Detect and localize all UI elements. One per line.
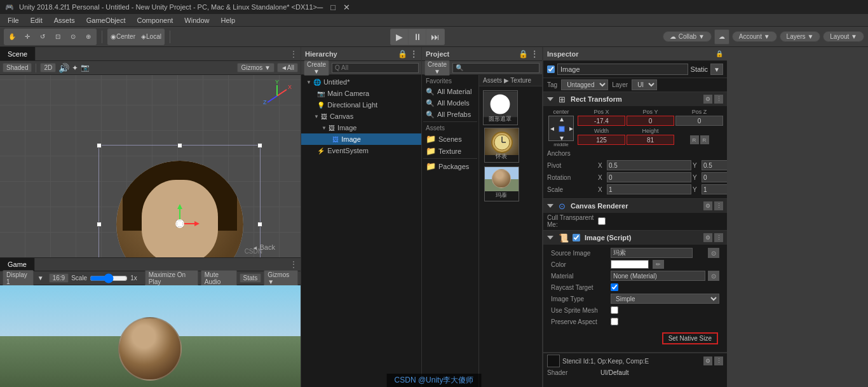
- pause-btn[interactable]: ⏸: [409, 29, 426, 44]
- handle-t[interactable]: [177, 143, 182, 148]
- static-dropdown-btn[interactable]: ▼: [710, 64, 723, 75]
- cull-checkbox[interactable]: [598, 217, 606, 225]
- image-script-header[interactable]: 📜 Image (Script) ⚙ ⋮: [543, 231, 727, 245]
- rect-transform-header[interactable]: ⊞ Rect Transform ⚙ ⋮: [543, 92, 727, 106]
- image-script-more[interactable]: ⋮: [714, 233, 723, 242]
- tree-item-untitled[interactable]: ▼ 🌐 Untitled*: [301, 76, 421, 88]
- menu-gameobject[interactable]: GameObject: [81, 15, 131, 25]
- source-image-input[interactable]: [611, 248, 693, 258]
- tool-transform[interactable]: ⊕: [81, 29, 96, 44]
- color-pick-btn[interactable]: ✏: [653, 260, 664, 269]
- stencil-settings[interactable]: ⚙: [703, 356, 712, 365]
- account-btn[interactable]: Account ▼: [732, 31, 777, 42]
- tree-item-image-selected[interactable]: 🖼 Image: [301, 133, 421, 145]
- menu-file[interactable]: File: [3, 15, 24, 25]
- tree-item-canvas[interactable]: ▼ 🖼 Canvas: [301, 111, 421, 122]
- rotation-y-input[interactable]: [702, 172, 727, 182]
- tool-scale[interactable]: ⊡: [50, 29, 65, 44]
- project-menu-icon[interactable]: ⋮: [531, 50, 538, 58]
- layer-select[interactable]: UI: [632, 79, 657, 90]
- thumb-huaibiao[interactable]: 怀表: [484, 128, 519, 163]
- play-btn[interactable]: ▶: [391, 29, 409, 44]
- tool-hand[interactable]: ✋: [4, 29, 20, 44]
- set-native-size-btn[interactable]: Set Native Size: [662, 332, 718, 344]
- component-enabled-checkbox[interactable]: [547, 65, 555, 73]
- tool-rect[interactable]: ⊙: [65, 29, 81, 44]
- tree-item-dirlight[interactable]: 💡 Directional Light: [301, 99, 421, 111]
- posx-input[interactable]: [578, 116, 625, 126]
- tree-item-eventsystem[interactable]: ⚡ EventSystem: [301, 145, 421, 156]
- project-all-materials[interactable]: 🔍 All Material: [423, 86, 477, 97]
- image-script-settings[interactable]: ⚙: [703, 233, 712, 242]
- mute-audio-btn[interactable]: Mute Audio: [201, 270, 237, 287]
- stats-btn[interactable]: Stats: [240, 273, 262, 283]
- gizmos-dropdown[interactable]: Gizmos ▼: [237, 63, 275, 72]
- collab-btn[interactable]: ☁Collab ▼: [663, 31, 712, 42]
- minimize-btn[interactable]: ─: [317, 3, 323, 12]
- hierarchy-menu-icon[interactable]: ⋮: [410, 50, 417, 58]
- tree-item-image-parent[interactable]: ▼ 🖼 Image: [301, 122, 421, 133]
- tool-rotate[interactable]: ↺: [35, 29, 50, 44]
- anchors-visual[interactable]: [548, 116, 574, 141]
- rect-transform-more[interactable]: ⋮: [714, 95, 723, 104]
- menu-window[interactable]: Window: [179, 15, 214, 25]
- posy-input[interactable]: [627, 116, 674, 126]
- scene-panel-menu[interactable]: ⋮: [289, 49, 298, 59]
- scene-tab[interactable]: Scene: [0, 47, 36, 60]
- scale-x-input[interactable]: [607, 184, 691, 194]
- shading-dropdown[interactable]: Shaded: [3, 63, 32, 72]
- menu-assets[interactable]: Assets: [49, 15, 80, 25]
- project-lock-icon[interactable]: 🔒: [519, 50, 528, 58]
- layers-btn[interactable]: Layers ▼: [780, 31, 821, 42]
- handle-tr[interactable]: [257, 143, 262, 148]
- preserve-aspect-checkbox[interactable]: [611, 318, 618, 325]
- material-pick-btn[interactable]: ⊙: [708, 271, 719, 281]
- menu-component[interactable]: Component: [132, 15, 178, 25]
- hierarchy-create-btn[interactable]: Create ▼: [304, 60, 329, 76]
- layout-btn[interactable]: Layout ▼: [823, 31, 864, 42]
- component-name-input[interactable]: [557, 64, 688, 75]
- tool-move[interactable]: ✛: [20, 29, 35, 44]
- mode-2d-btn[interactable]: 2D: [40, 63, 56, 72]
- project-all-prefabs[interactable]: 🔍 All Prefabs: [423, 109, 477, 120]
- height-input[interactable]: [627, 135, 674, 145]
- project-search[interactable]: [452, 63, 539, 73]
- step-btn[interactable]: ⏭: [426, 29, 444, 44]
- inspector-lock-btn[interactable]: 🔒: [715, 50, 723, 57]
- effects-btn[interactable]: ✦: [72, 64, 78, 72]
- image-script-enabled[interactable]: [573, 234, 580, 241]
- project-folder-scenes[interactable]: 📁 Scenes: [423, 133, 477, 145]
- scale-slider[interactable]: [90, 273, 128, 283]
- constrain-h-btn[interactable]: R: [700, 135, 709, 144]
- width-input[interactable]: [578, 135, 625, 145]
- audio-btn[interactable]: 🔊: [58, 63, 69, 73]
- raycast-checkbox[interactable]: [611, 283, 618, 291]
- tree-item-maincamera[interactable]: 📷 Main Camera: [301, 88, 421, 99]
- ratio-dropdown[interactable]: 16:9: [49, 273, 69, 283]
- pivot-y-input[interactable]: [702, 160, 727, 170]
- material-input[interactable]: [611, 271, 705, 281]
- game-viewport[interactable]: [0, 285, 301, 387]
- constrain-w-btn[interactable]: R: [690, 135, 699, 144]
- rotation-x-input[interactable]: [607, 172, 691, 182]
- handle-r[interactable]: [257, 222, 262, 227]
- game-tab[interactable]: Game: [0, 258, 35, 271]
- rect-transform-settings[interactable]: ⚙: [703, 95, 712, 104]
- pivot-local-btn[interactable]: ◈ Local: [139, 29, 164, 44]
- project-create-btn[interactable]: Create ▼: [424, 60, 450, 76]
- project-folder-texture[interactable]: 📁 Texture: [423, 145, 477, 157]
- game-panel-menu[interactable]: ⋮: [289, 259, 298, 269]
- color-swatch[interactable]: [611, 260, 649, 269]
- game-gizmos-btn[interactable]: Gizmos ▼: [264, 270, 298, 287]
- pivot-x-input[interactable]: [607, 160, 691, 170]
- project-folder-packages[interactable]: 📁 Packages: [423, 160, 477, 172]
- source-image-pick-btn[interactable]: ⊙: [708, 248, 719, 258]
- camera-btn[interactable]: 📷: [81, 64, 90, 72]
- cloud-btn[interactable]: ☁: [714, 29, 729, 44]
- scene-viewport[interactable]: X Y Z Back CSDN: [0, 75, 301, 257]
- all-layers[interactable]: ◄All: [277, 63, 298, 72]
- hierarchy-lock-icon[interactable]: 🔒: [398, 50, 407, 58]
- tag-select[interactable]: Untagged: [561, 79, 608, 90]
- hierarchy-search[interactable]: [332, 63, 419, 73]
- project-all-models[interactable]: 🔍 All Models: [423, 97, 477, 109]
